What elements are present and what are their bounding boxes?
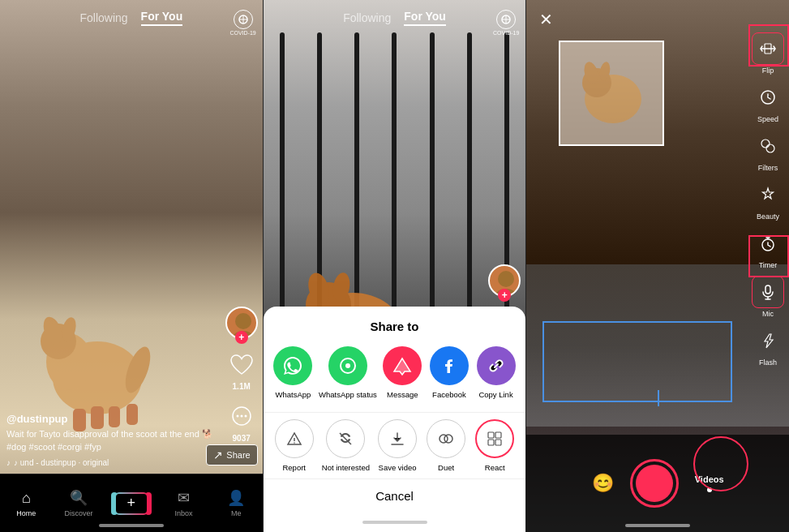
save-video-label: Save video [379, 463, 417, 472]
svg-point-16 [236, 415, 238, 418]
share-whatsapp-2[interactable]: WhatsApp [272, 346, 314, 399]
react-icon-circle [475, 419, 514, 458]
filters-icon [752, 130, 784, 162]
record-area [630, 459, 679, 508]
nav-discover-label-1: Discover [65, 509, 93, 517]
camera-filters-tool[interactable]: Filters [752, 130, 784, 172]
report-icon-circle [275, 419, 314, 458]
for-you-tab-2[interactable]: For You [404, 10, 446, 26]
covid-text-2: COVID-19 [493, 30, 519, 36]
share-message-2[interactable]: Message [381, 346, 423, 399]
creator-avatar-2[interactable]: + [488, 264, 521, 297]
nav-inbox-label-1: Inbox [175, 509, 193, 517]
share-react-2[interactable]: React [474, 419, 516, 472]
svg-point-35 [294, 442, 295, 444]
share-not-interested-2[interactable]: Not interested [322, 419, 370, 472]
not-interested-icon-circle [326, 419, 365, 458]
bottom-info-1: @dustinpup Wait for Tayto disapproval of… [6, 413, 222, 467]
svg-point-18 [244, 415, 247, 418]
covid-badge-1[interactable]: COVID-19 [229, 10, 255, 36]
camera-bottom: 😊 Videos [526, 435, 789, 532]
nav-home-label-1: Home [16, 509, 36, 517]
top-nav-1: Following For You COVID-19 [0, 0, 263, 32]
svg-point-51 [761, 139, 770, 148]
flip-highlight-box [748, 24, 789, 66]
nav-discover-1[interactable]: 🔍 Discover [53, 489, 105, 517]
share-copy-link-2[interactable]: Copy Link [475, 346, 517, 399]
top-nav-2: Following For You COVID-19 [264, 0, 526, 32]
heart-icon-1 [227, 350, 256, 380]
nav-home-1[interactable]: ⌂ Home [0, 490, 53, 517]
record-highlight-box [693, 436, 748, 491]
svg-point-13 [235, 313, 251, 329]
for-you-tab-1[interactable]: For You [141, 10, 183, 26]
message-label: Message [387, 390, 418, 399]
facebook-label: Facebook [432, 390, 466, 399]
record-inner [636, 465, 673, 502]
following-tab-2[interactable]: Following [343, 11, 391, 24]
share-save-video-2[interactable]: Save video [376, 419, 418, 472]
discover-icon-1: 🔍 [70, 489, 88, 507]
camera-mic-tool[interactable]: Mic [752, 276, 784, 318]
blue-cursor [658, 390, 659, 406]
emoji-effects-row: 😊 [592, 473, 614, 494]
nav-create-1[interactable]: + [105, 492, 157, 515]
share-facebook-2[interactable]: Facebook [428, 346, 470, 399]
covid-icon-1 [234, 10, 253, 29]
home-indicator-p2 [264, 513, 526, 532]
cancel-button-2[interactable]: Cancel [264, 478, 526, 513]
camera-right-tools: Flip Speed Filters Beauty [752, 32, 784, 367]
svg-rect-40 [488, 432, 494, 438]
covid-text-1: COVID-19 [229, 30, 255, 36]
mic-icon [752, 276, 784, 308]
flash-icon [752, 324, 784, 357]
svg-rect-56 [765, 285, 770, 294]
home-indicator-1 [99, 524, 164, 527]
facebook-icon-circle [430, 346, 469, 385]
nav-inbox-1[interactable]: ✉ Inbox [157, 489, 210, 517]
report-label: Report [282, 463, 306, 472]
smiley-emoji[interactable]: 😊 [592, 473, 614, 494]
comment-action-1[interactable]: 9037 [227, 402, 256, 443]
share-sheet-2: Share to WhatsApp WhatsApp status [264, 307, 526, 532]
record-button[interactable] [630, 459, 679, 508]
duet-icon-circle [427, 419, 465, 458]
blue-selection-area [542, 321, 732, 402]
camera-flash-tool[interactable]: Flash [752, 324, 784, 367]
panel-2-share: Following For You COVID-19 + 1.1M Share … [264, 0, 527, 532]
following-tab-1[interactable]: Following [79, 11, 127, 24]
panel-1-feed: Following For You COVID-19 + 1.1M [0, 0, 264, 532]
filters-label: Filters [758, 164, 778, 172]
like-action-1[interactable]: 1.1M [227, 350, 256, 391]
camera-speed-tool[interactable]: Speed [752, 81, 784, 123]
comment-count-1: 9037 [233, 434, 251, 443]
inbox-icon-1: ✉ [178, 489, 190, 507]
speed-label: Speed [757, 115, 778, 123]
camera-bottom-row: 😊 Videos [526, 459, 789, 508]
music-row-1: ♪ ♪ und - dustinpup · original [6, 458, 222, 467]
whatsapp-label: WhatsApp [276, 390, 311, 399]
mic-highlight-box [748, 235, 789, 277]
creator-avatar-1[interactable]: + [225, 307, 258, 339]
mic-label: Mic [762, 310, 774, 318]
share-report-2[interactable]: Report [273, 419, 315, 472]
follow-plus-2[interactable]: + [498, 289, 511, 302]
camera-beauty-tool[interactable]: Beauty [752, 178, 784, 221]
nav-me-1[interactable]: 👤 Me [210, 489, 263, 517]
share-whatsapp-status-2[interactable]: WhatsApp status [319, 346, 377, 399]
camera-top-bar: ✕ [533, 6, 783, 32]
svg-rect-41 [495, 432, 501, 438]
svg-point-17 [240, 415, 242, 418]
camera-close-button[interactable]: ✕ [533, 6, 559, 32]
flash-label: Flash [759, 358, 777, 367]
follow-plus-1[interactable]: + [235, 331, 248, 344]
covid-badge-2[interactable]: COVID-19 [493, 10, 519, 36]
create-plus-btn-1[interactable]: + [114, 492, 148, 515]
beauty-icon [752, 178, 784, 211]
username-1[interactable]: @dustinpup [6, 413, 222, 425]
react-label: React [485, 463, 505, 472]
share-duet-2[interactable]: Duet [425, 419, 467, 472]
pip-preview [559, 41, 664, 146]
speed-icon [752, 81, 784, 114]
panel-3-camera: ✕ Flip Speed Filters [526, 0, 789, 532]
